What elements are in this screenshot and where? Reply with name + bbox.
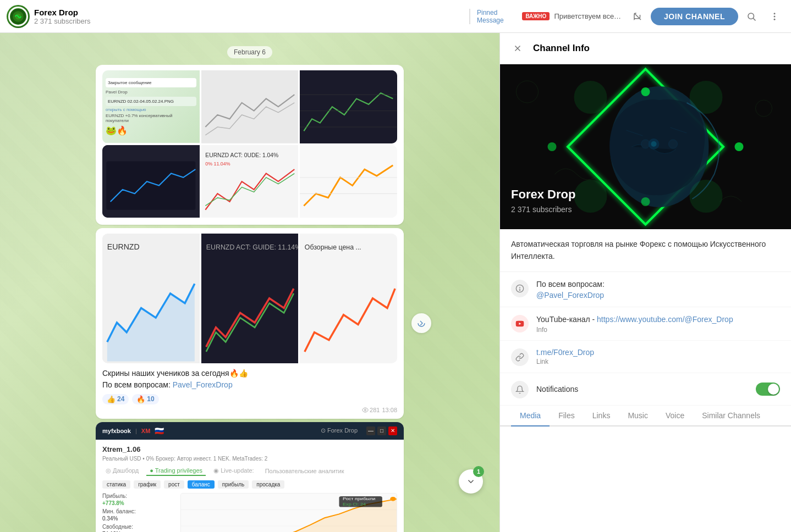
join-channel-button[interactable]: JOIN CHANNEL [651, 8, 738, 25]
svg-point-56 [641, 87, 650, 96]
svg-text:Рост прибыли: Рост прибыли [343, 496, 375, 501]
myfxbook-tab-trading[interactable]: ● Trading privileges [146, 466, 206, 476]
svg-point-35 [390, 496, 396, 501]
notifications-toggle[interactable] [756, 383, 780, 396]
svg-text:0% 11.04%: 0% 11.04% [205, 160, 230, 166]
image-thumb-1: Закрытое сообщение Pavel Drop EURNZD 02.… [102, 70, 200, 143]
myfxbook-header: myfxbook | XM 🇷🇺 ⊙ Forex Drop — □ ✕ [96, 422, 404, 440]
myfxbook-stats: Реальный USD • 0% Брокер: Автор инвест. … [102, 456, 397, 462]
message-time: 13:08 [382, 407, 397, 413]
myfxbook-subtab-losses[interactable]: просадка [252, 480, 284, 489]
youtube-url[interactable]: https://www.youtube.com/@Forex_Drop [597, 315, 733, 324]
svg-point-4 [748, 13, 754, 19]
fire-count: 10 [147, 395, 154, 403]
channel-cover: Forex Drop 2 371 subscribers [500, 64, 791, 229]
contact-info-row: По всем вопросам: @Pavel_ForexDrop [500, 272, 791, 307]
myfxbook-tab-live[interactable]: ◉ Live-update: [210, 466, 257, 476]
myfxbook-ctrl-2[interactable]: □ [377, 426, 386, 435]
cover-channel-name: Forex Drop [511, 187, 575, 202]
myfxbook-sidebar-stats: Прибыль: +773.8% Мин. баланс: 0.34% Своб… [102, 493, 174, 532]
flag-icon: 🇷🇺 [155, 426, 164, 435]
myfxbook-subtab-growth[interactable]: рост [164, 480, 184, 489]
message-text: Скрины наших учеников за сегодня🔥👍По все… [102, 368, 397, 391]
svg-text:EURNZD: EURNZD [107, 242, 140, 251]
panel-title: Channel Info [533, 43, 590, 54]
myfxbook-subtab-balance[interactable]: баланс [188, 480, 215, 489]
myfxbook-content: Прибыль: +773.8% Мин. баланс: 0.34% Своб… [102, 493, 397, 532]
tab-media[interactable]: Media [511, 406, 550, 426]
image-thumb-3 [300, 70, 397, 143]
bell-icon [511, 381, 529, 398]
myfxbook-subtab-gains[interactable]: прибыль [218, 480, 249, 489]
link-info-row: t.me/F0rex_Drop Link [500, 341, 791, 373]
myfxbook-close[interactable]: ✕ [388, 426, 397, 435]
myfxbook-tabs: ◎ Дашборд ● Trading privileges ◉ Live-up… [102, 466, 397, 476]
myfxbook-ctrl-1[interactable]: — [366, 426, 375, 435]
link-sublabel: Link [536, 358, 780, 365]
tab-similar-channels[interactable]: Similar Channels [693, 406, 769, 426]
pinned-message-section[interactable]: Pinned Message ВАЖНО Приветствуем всех н… [469, 9, 623, 24]
image-thumb-6 [300, 145, 397, 218]
contact-content: По всем вопросам: @Pavel_ForexDrop [536, 279, 780, 300]
myfxbook-subtab-stats[interactable]: статика [102, 480, 130, 489]
image-thumb-9: Обзорные цена ... [300, 234, 397, 363]
message-bubble-images-2: EURNZD EURNZD ACT: GUIDE: 11.14% [96, 228, 404, 419]
youtube-content: YouTube-канал - https://www.youtube.com/… [536, 314, 780, 334]
more-options-button[interactable] [765, 7, 784, 26]
image-thumb-5: EURNZD ACT: 0UDE: 1.04% 0% 11.04% [201, 145, 299, 218]
channel-name-header: Forex Drop [34, 8, 465, 17]
stat-value-2: 0.34% [102, 516, 174, 522]
mute-button[interactable] [628, 7, 647, 26]
header-actions: JOIN CHANNEL [628, 7, 784, 26]
scroll-down-button[interactable]: 1 [459, 469, 483, 494]
image-grid-middle: EURNZD ACT: 0UDE: 1.04% 0% 11.04% [102, 145, 397, 218]
cover-art [500, 64, 791, 229]
svg-text:Обзорные цена ...: Обзорные цена ... [305, 243, 361, 251]
tab-files[interactable]: Files [550, 406, 584, 426]
myfxbook-account-name: Xtrem_1.06 [102, 445, 397, 453]
svg-point-7 [774, 15, 776, 17]
svg-line-5 [753, 18, 755, 20]
myfxbook-tab-dashboard[interactable]: ◎ Дашборд [102, 466, 142, 476]
search-button[interactable] [741, 7, 761, 26]
svg-rect-15 [106, 161, 195, 209]
tab-music[interactable]: Music [619, 406, 657, 426]
thumbsup-emoji: 👍 [107, 395, 116, 403]
info-icon [511, 280, 529, 297]
contact-link[interactable]: @Pavel_ForexDrop [536, 291, 604, 300]
message-meta: 281 13:08 [102, 407, 397, 413]
myfxbook-chart: Рост прибыли Exp Cl: 24 116.3% [180, 493, 397, 532]
svg-rect-9 [201, 70, 299, 143]
message-link[interactable]: Pavel_ForexDrop [173, 380, 233, 389]
myfxbook-subtab-graph[interactable]: график [134, 480, 161, 489]
svg-text:EURNZD ACT: 0UDE: 1.04%: EURNZD ACT: 0UDE: 1.04% [205, 152, 278, 158]
image-thumb-2 [201, 70, 299, 143]
tab-voice[interactable]: Voice [657, 406, 693, 426]
youtube-icon [511, 315, 529, 332]
reaction-thumbsup[interactable]: 👍 24 [102, 394, 129, 404]
svg-point-59 [548, 142, 557, 151]
panel-body: Автоматическая торговля на рынке Форекс … [500, 229, 791, 532]
myfxbook-tab-analytics[interactable]: Пользовательские аналитик [262, 466, 348, 476]
svg-point-55 [690, 180, 723, 213]
pinned-label: Pinned Message [477, 9, 518, 24]
chat-messages: February 6 Закрытое сообщение Pavel Drop… [0, 33, 499, 532]
svg-rect-19 [300, 145, 397, 218]
svg-point-58 [641, 197, 650, 206]
tab-links[interactable]: Links [584, 406, 619, 426]
svg-point-6 [774, 13, 776, 14]
reaction-fire[interactable]: 🔥 10 [132, 394, 158, 404]
youtube-sublabel: Info [536, 326, 780, 334]
svg-point-8 [774, 18, 776, 20]
channel-link[interactable]: t.me/F0rex_Drop [536, 348, 594, 357]
thumbsup-count: 24 [117, 395, 124, 403]
image-grid-bottom: EURNZD EURNZD ACT: GUIDE: 11.14% [102, 234, 397, 363]
channel-info-panel: Channel Info [499, 33, 791, 532]
stat-label-1: Прибыль: [102, 493, 174, 499]
myfxbook-subtabs: статика график рост баланс прибыль проса… [102, 480, 397, 489]
myfxbook-body: Xtrem_1.06 Реальный USD • 0% Брокер: Авт… [96, 440, 404, 532]
neon-art [500, 64, 791, 229]
forward-button[interactable] [411, 313, 431, 333]
panel-close-button[interactable] [509, 40, 526, 57]
youtube-label: YouTube-канал - https://www.youtube.com/… [536, 314, 780, 325]
